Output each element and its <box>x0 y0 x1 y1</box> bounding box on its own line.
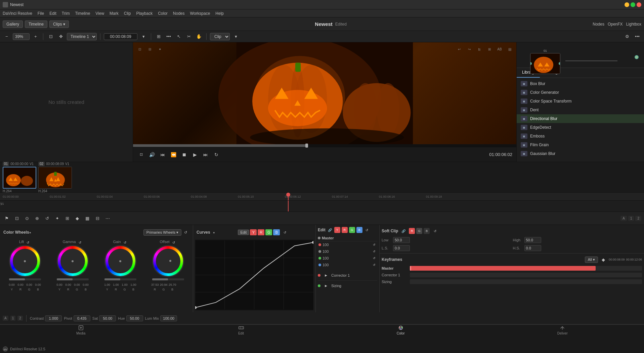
contrast-input[interactable] <box>45 315 62 321</box>
val-reset-1[interactable]: ↺ <box>372 242 377 247</box>
menu-clip[interactable]: Clip <box>124 11 131 16</box>
soft-clip-reset-icon[interactable]: ↺ <box>431 227 439 235</box>
list-item[interactable]: ▣ EdgeDetect <box>517 123 644 132</box>
bottom-1-label[interactable]: 1 <box>10 316 16 321</box>
bottom-2-label[interactable]: 2 <box>17 316 23 321</box>
curves-b-btn[interactable]: B <box>273 229 280 235</box>
list-item[interactable]: ▣ Gaussian Blur <box>517 149 644 158</box>
node-01[interactable]: 01 <box>530 49 560 74</box>
val-reset-4[interactable]: ↺ <box>372 263 377 267</box>
preview-stereo-icon[interactable]: ⊞ <box>485 45 493 53</box>
preview-safe-icon[interactable]: ⊡ <box>136 45 144 53</box>
soft-clip-b-btn[interactable]: B <box>424 228 430 234</box>
curves-canvas[interactable] <box>195 240 313 310</box>
loop-icon[interactable]: ↻ <box>212 151 220 159</box>
edit-reset-icon[interactable]: ↺ <box>364 227 370 233</box>
clip-02-thumb[interactable] <box>38 167 72 189</box>
stop-icon[interactable]: ⏹ <box>180 151 188 159</box>
color-more-icon[interactable]: ⋯ <box>103 214 112 222</box>
list-item[interactable]: ▣ Emboss <box>517 132 644 141</box>
step-back-icon[interactable]: ⏪ <box>169 151 177 159</box>
gain-reset-icon[interactable]: ↺ <box>122 240 128 245</box>
gain-color-wheel[interactable] <box>104 245 136 277</box>
nav-edit[interactable]: Edit <box>231 325 251 335</box>
color-auto-icon[interactable]: ⊙ <box>23 214 31 222</box>
clip-select[interactable]: Clip <box>210 33 230 40</box>
offset-bar[interactable] <box>152 278 184 280</box>
edit-g-btn[interactable]: G <box>349 227 355 233</box>
menu-timeline[interactable]: Timeline <box>75 11 90 16</box>
list-item[interactable]: ▣ Color Generator <box>517 88 644 97</box>
list-item[interactable]: ▣ Color Space Transform <box>517 97 644 106</box>
nav-deliver[interactable]: Deliver <box>551 325 574 335</box>
clip-more-icon[interactable]: ▾ <box>232 33 240 41</box>
corrector-toggle-icon[interactable]: ▶ <box>322 271 330 279</box>
nav-color[interactable]: Color <box>390 325 412 335</box>
close-button[interactable] <box>637 2 641 7</box>
color-luts-icon[interactable]: ▦ <box>83 214 91 222</box>
transform-icon[interactable]: ✥ <box>57 33 65 41</box>
play-icon[interactable]: ▶ <box>191 151 199 159</box>
color-picker-icon[interactable]: ⊕ <box>33 214 41 222</box>
nodes-button[interactable]: Nodes <box>593 22 604 27</box>
clips-button[interactable]: Clips ▾ <box>49 21 69 28</box>
lightbox-button[interactable]: Lightbox <box>626 22 641 27</box>
menu-workspace[interactable]: Workspace <box>190 11 210 16</box>
sat-input[interactable] <box>99 315 116 321</box>
val-reset-2[interactable]: ↺ <box>372 249 377 254</box>
kf-add-icon[interactable]: ◆ <box>599 256 607 264</box>
zoom-in-icon[interactable]: + <box>32 33 40 41</box>
openfx-button[interactable]: OpenFX <box>608 22 623 27</box>
curves-reset-icon[interactable]: ↺ <box>281 228 289 236</box>
more-icon[interactable]: ••• <box>165 33 173 41</box>
menu-view[interactable]: View <box>95 11 104 16</box>
lift-bar[interactable] <box>9 278 41 280</box>
color-nodes-icon[interactable]: ⊞ <box>63 214 71 222</box>
list-item[interactable]: ▣ Dent <box>517 106 644 114</box>
bottom-a-label[interactable]: A <box>3 316 8 321</box>
curves-r-btn[interactable]: R <box>258 229 264 235</box>
color-scopes-icon[interactable]: ⊟ <box>93 214 101 222</box>
curves-y-btn[interactable]: Y <box>250 229 257 235</box>
minimize-button[interactable] <box>625 2 629 7</box>
gamma-bar[interactable] <box>57 278 89 280</box>
timecode-dropdown-icon[interactable]: ▾ <box>139 33 147 41</box>
edit-link-icon[interactable]: 🔗 <box>327 227 333 233</box>
soft-clip-r-btn[interactable]: R <box>409 228 415 234</box>
gamma-reset-icon[interactable]: ↺ <box>77 240 83 245</box>
zoom-out-icon[interactable]: − <box>3 33 11 41</box>
settings-icon[interactable]: ⚙ <box>623 33 631 41</box>
lift-reset-icon[interactable]: ↺ <box>25 240 31 245</box>
maximize-button[interactable] <box>631 2 635 7</box>
goto-start-icon[interactable]: ⏮ <box>159 151 167 159</box>
menu-mark[interactable]: Mark <box>110 11 119 16</box>
menu-playback[interactable]: Playback <box>136 11 153 16</box>
timeline-button[interactable]: Timeline <box>25 21 47 28</box>
preview-out-icon[interactable]: ↪ <box>465 45 473 53</box>
sc-low-input[interactable] <box>393 237 410 243</box>
pointer-icon[interactable]: ↖ <box>175 33 183 41</box>
hue-input[interactable] <box>126 315 143 321</box>
preview-skip-icon[interactable]: ⊵ <box>475 45 483 53</box>
mute-icon[interactable]: 🔊 <box>148 151 156 159</box>
pivot-input[interactable] <box>74 315 90 321</box>
curves-g-btn[interactable]: G <box>265 229 272 235</box>
preview-wipe-icon[interactable]: ▤ <box>506 45 514 53</box>
preview-aspect-icon[interactable]: ⊟ <box>146 45 154 53</box>
color-highlight-icon[interactable]: ✦ <box>53 214 61 222</box>
edit-b-btn[interactable]: B <box>356 227 362 233</box>
goto-end-icon[interactable]: ⏭ <box>202 151 210 159</box>
val-reset-3[interactable]: ↺ <box>372 256 377 261</box>
sc-hs-input[interactable] <box>524 245 541 251</box>
video-scrubber[interactable] <box>133 144 516 147</box>
color-keyframe-icon[interactable]: ◆ <box>73 214 81 222</box>
menu-nodes[interactable]: Nodes <box>173 11 185 16</box>
menu-file[interactable]: File <box>38 11 44 16</box>
menu-help[interactable]: Help <box>215 11 224 16</box>
gain-bar[interactable] <box>104 278 136 280</box>
gamma-color-wheel[interactable] <box>57 245 89 277</box>
wheels-reset-icon[interactable]: ↺ <box>181 228 189 236</box>
preview-ab-icon[interactable]: AB <box>496 45 504 53</box>
lift-color-wheel[interactable] <box>9 245 41 277</box>
hand-icon[interactable]: ✋ <box>195 33 203 41</box>
